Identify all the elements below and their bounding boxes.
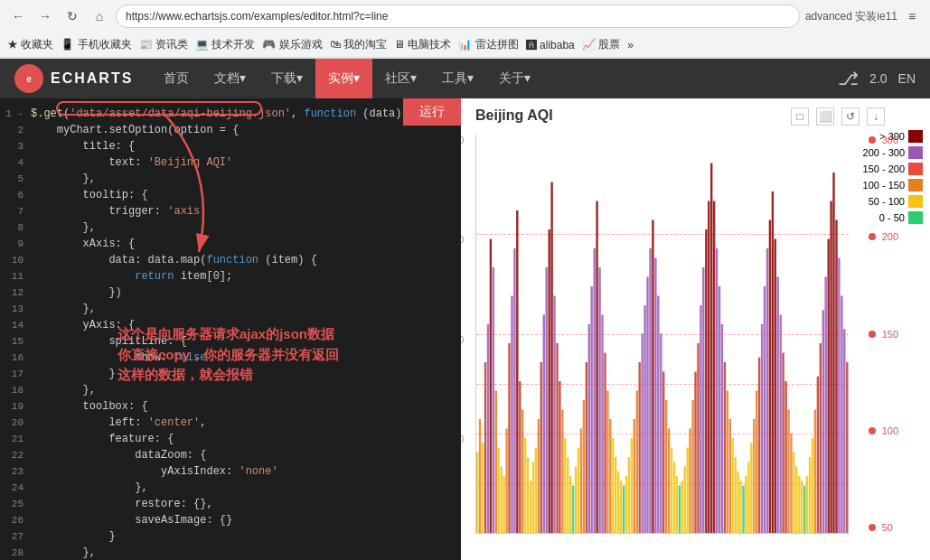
svg-rect-43	[588, 324, 590, 533]
refresh-button[interactable]: ↻	[61, 5, 83, 27]
svg-rect-24	[538, 419, 540, 533]
svg-rect-125	[806, 476, 808, 533]
bookmark-item[interactable]: 🖥 电脑技术	[394, 37, 451, 52]
svg-rect-128	[814, 410, 816, 534]
address-bar[interactable]	[116, 5, 800, 28]
main-navbar: e ECHARTS 首页 文档▾ 下载▾ 实例▾ 社区▾ 工具▾ 关于▾ ⎇ 2…	[0, 59, 930, 98]
code-line-26: 26 saveAsImage: {}	[0, 512, 461, 528]
svg-rect-51	[609, 419, 611, 533]
right-dot	[869, 524, 876, 531]
bookmark-item[interactable]: 🛍 我的淘宝	[330, 37, 387, 52]
svg-rect-15	[513, 248, 515, 533]
bookmark-item[interactable]: ★ 收藏夹	[7, 37, 53, 52]
svg-rect-62	[639, 362, 641, 533]
svg-rect-129	[817, 377, 819, 533]
bookmark-item[interactable]: 📰 资讯类	[139, 37, 188, 52]
svg-rect-115	[780, 315, 782, 534]
svg-rect-94	[724, 362, 726, 533]
browser-extra: advanced 安装ie11 ≡	[805, 5, 923, 27]
svg-rect-137	[838, 258, 840, 534]
code-line-12: 12 })	[0, 285, 461, 301]
svg-rect-10	[501, 467, 503, 534]
svg-rect-4	[484, 362, 486, 533]
svg-rect-89	[710, 163, 712, 534]
right-label-150: 150	[869, 329, 898, 340]
code-panel: 运行 这个是向服务器请求ajax的json数据 你直接copy，你的服务器并没有…	[0, 98, 461, 560]
nav-community[interactable]: 社区▾	[372, 59, 429, 98]
nav-about[interactable]: 关于▾	[486, 59, 543, 98]
svg-rect-113	[775, 239, 776, 534]
svg-rect-118	[787, 410, 789, 534]
svg-rect-31	[556, 343, 558, 533]
svg-rect-124	[803, 486, 805, 534]
toolbar-refresh[interactable]: ↺	[841, 107, 860, 126]
svg-rect-45	[594, 248, 596, 533]
code-line-23: 23 yAxisIndex: 'none'	[0, 463, 461, 480]
bookmark-item[interactable]: 💻 技术开发	[195, 37, 255, 52]
nav-docs[interactable]: 文档▾	[202, 59, 258, 98]
svg-rect-3	[482, 443, 484, 533]
svg-rect-70	[660, 334, 662, 534]
code-line-5: 5 },	[0, 171, 461, 187]
svg-rect-120	[793, 453, 794, 533]
svg-rect-75	[673, 462, 675, 533]
svg-rect-52	[612, 438, 614, 533]
svg-rect-22	[532, 462, 534, 533]
svg-rect-34	[564, 438, 566, 533]
bookmark-item[interactable]: 📱 手机收藏夹	[61, 37, 131, 52]
lang-switcher[interactable]: EN	[898, 71, 916, 86]
svg-rect-100	[739, 481, 741, 533]
github-icon[interactable]: ⎇	[838, 68, 859, 89]
toolbar-btn-1[interactable]: □	[791, 107, 809, 126]
code-line-3: 3 title: {	[0, 138, 461, 154]
settings-button[interactable]: ≡	[901, 5, 923, 27]
svg-rect-39	[578, 448, 579, 534]
forward-button[interactable]: →	[34, 5, 56, 27]
svg-rect-2	[479, 419, 481, 533]
svg-rect-99	[737, 471, 738, 533]
svg-rect-9	[498, 448, 500, 534]
svg-rect-59	[631, 438, 633, 533]
toolbar-download[interactable]: ↓	[867, 107, 885, 126]
bookmark-item[interactable]: 📊 雷达拼图	[458, 37, 518, 52]
bookmark-item[interactable]: 📈 股票	[582, 37, 620, 52]
svg-rect-80	[687, 448, 689, 534]
nav-examples[interactable]: 实例▾	[315, 59, 372, 98]
code-editor[interactable]: 1 - $.get('data/asset/data/aqi-beijing.j…	[0, 98, 461, 560]
version-label: 2.0	[869, 71, 887, 86]
svg-rect-69	[657, 296, 659, 534]
nav-download[interactable]: 下载▾	[258, 59, 315, 98]
svg-rect-77	[679, 486, 681, 534]
svg-rect-126	[809, 457, 811, 533]
home-button[interactable]: ⌂	[89, 5, 110, 27]
code-line-10: 10 data: data.map(function (item) {	[0, 252, 461, 268]
svg-rect-123	[801, 481, 803, 533]
code-line-22: 22 dataZoom: {	[0, 447, 461, 463]
code-line-7: 7 trigger: 'axis'	[0, 203, 461, 219]
svg-rect-102	[745, 476, 747, 533]
svg-rect-98	[735, 457, 737, 533]
code-line-1: 1 - $.get('data/asset/data/aqi-beijing.j…	[0, 106, 461, 122]
svg-rect-86	[702, 267, 704, 533]
svg-rect-83	[694, 372, 696, 534]
more-bookmarks[interactable]: »	[627, 39, 634, 51]
main-content: 运行 这个是向服务器请求ajax的json数据 你直接copy，你的服务器并没有…	[0, 98, 930, 560]
back-button[interactable]: ←	[7, 5, 29, 27]
nav-home[interactable]: 首页	[151, 59, 202, 98]
code-line-11: 11 return item[0];	[0, 268, 461, 285]
nav-tools[interactable]: 工具▾	[429, 59, 486, 98]
bookmark-item[interactable]: 🎮 娱乐游戏	[262, 37, 322, 52]
toolbar-btn-2[interactable]: ⬜	[816, 107, 834, 126]
bookmark-item[interactable]: 🅰 alibaba	[526, 39, 575, 51]
code-line-13: 13 },	[0, 301, 461, 317]
y-label-200: 200	[461, 334, 464, 345]
svg-rect-30	[553, 296, 555, 534]
svg-rect-101	[742, 486, 744, 534]
svg-rect-92	[719, 286, 720, 533]
code-line-18: 18 },	[0, 382, 461, 398]
code-line-14: 14 yAxis: {	[0, 317, 461, 333]
run-button[interactable]: 运行	[403, 98, 461, 126]
legend-color	[908, 195, 923, 208]
y-label-400: 400	[461, 135, 464, 145]
svg-rect-134	[830, 201, 831, 534]
